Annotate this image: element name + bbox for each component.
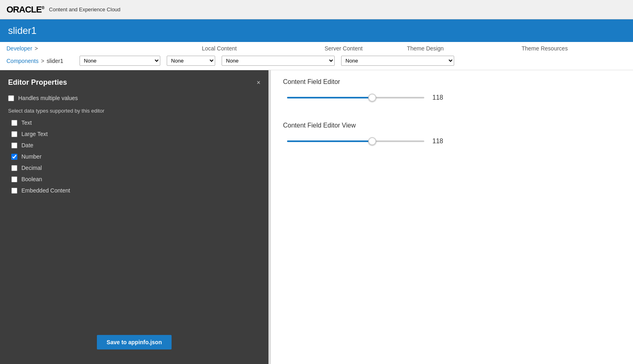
oracle-logo: ORACLE® (6, 4, 44, 15)
editor-properties-panel: Editor Properties × Handles multiple val… (0, 70, 268, 364)
handles-multiple-row: Handles multiple values (8, 95, 260, 101)
datatype-decimal-checkbox[interactable] (11, 165, 17, 171)
datatype-largetext-label: Large Text (21, 131, 48, 137)
server-content-dropdown[interactable]: None (167, 56, 215, 66)
datatype-embedded-checkbox[interactable] (11, 188, 17, 194)
slider-track-2 (287, 140, 424, 142)
content-field-editor-section: Content Field Editor 118 (283, 78, 621, 102)
save-btn-container: Save to appinfo.json (0, 335, 268, 349)
nav-sep-2: > (41, 58, 44, 64)
current-component: slider1 (47, 58, 63, 64)
nav-sep-1: > (35, 45, 38, 52)
datatype-decimal-label: Decimal (21, 165, 42, 171)
content-field-editor-view-slider-row: 118 (283, 137, 621, 145)
top-nav-row: Developer > Local Content Server Content… (6, 42, 627, 53)
top-bar: ORACLE® Content and Experience Cloud (0, 0, 633, 19)
slider-value-2: 118 (432, 138, 449, 145)
datatype-boolean-checkbox[interactable] (11, 176, 17, 182)
slider-container-2 (287, 137, 424, 145)
title-bar: slider1 (0, 19, 633, 42)
right-panel: Content Field Editor 118 Content Field E… (271, 70, 633, 364)
close-button[interactable]: × (257, 79, 260, 86)
app-title: Content and Experience Cloud (49, 6, 120, 13)
slider-track-1 (287, 97, 424, 98)
page-title: slider1 (8, 25, 37, 36)
datatype-text-item: Text (11, 119, 260, 126)
nav-cols-row: Components > slider1 None None None None (6, 53, 627, 70)
theme-design-label: Theme Design (407, 45, 520, 52)
handles-multiple-checkbox[interactable] (8, 95, 14, 101)
content-field-editor-title: Content Field Editor (283, 78, 621, 86)
save-button[interactable]: Save to appinfo.json (97, 335, 172, 349)
slider-container-1 (287, 94, 424, 102)
datatype-date-item: Date (11, 142, 260, 149)
slider-thumb-2[interactable] (368, 137, 376, 145)
content-field-editor-view-section: Content Field Editor View 118 (283, 122, 621, 145)
datatype-embedded-item: Embedded Content (11, 187, 260, 194)
local-content-label: Local Content (202, 45, 323, 52)
slider-value-1: 118 (432, 94, 449, 101)
datatypes-section-label: Select data types supported by this edit… (8, 108, 260, 114)
datatype-text-label: Text (21, 119, 32, 126)
content-field-editor-view-title: Content Field Editor View (283, 122, 621, 129)
datatype-boolean-label: Boolean (21, 176, 42, 182)
datatype-number-checkbox[interactable] (11, 154, 17, 160)
datatype-number-label: Number (21, 153, 42, 160)
slider-thumb-1[interactable] (368, 94, 376, 102)
datatype-largetext-item: Large Text (11, 131, 260, 137)
trademark: ® (42, 5, 44, 10)
datatype-decimal-item: Decimal (11, 165, 260, 171)
editor-panel-header: Editor Properties × (8, 78, 260, 87)
handles-multiple-label: Handles multiple values (18, 95, 78, 101)
slider-fill-2 (287, 140, 372, 142)
datatype-embedded-label: Embedded Content (21, 187, 70, 194)
datatype-list: Text Large Text Date Number Decimal Bool… (11, 119, 260, 194)
main-layout: Editor Properties × Handles multiple val… (0, 70, 633, 364)
datatype-date-label: Date (21, 142, 34, 149)
editor-panel-title: Editor Properties (8, 78, 67, 87)
theme-design-dropdown[interactable]: None (222, 56, 335, 66)
components-link[interactable]: Components (6, 58, 38, 64)
datatype-largetext-checkbox[interactable] (11, 131, 17, 137)
server-content-label: Server Content (325, 45, 405, 52)
nav-bar: Developer > Local Content Server Content… (0, 42, 633, 70)
developer-link[interactable]: Developer (6, 45, 32, 52)
slider-fill-1 (287, 97, 372, 98)
datatype-number-item: Number (11, 153, 260, 160)
datatype-date-checkbox[interactable] (11, 142, 17, 149)
content-field-editor-slider-row: 118 (283, 94, 621, 102)
datatype-text-checkbox[interactable] (11, 120, 17, 126)
datatype-boolean-item: Boolean (11, 176, 260, 182)
theme-resources-dropdown[interactable]: None (341, 56, 454, 66)
theme-resources-label: Theme Resources (522, 45, 627, 52)
local-content-dropdown[interactable]: None (80, 56, 160, 66)
